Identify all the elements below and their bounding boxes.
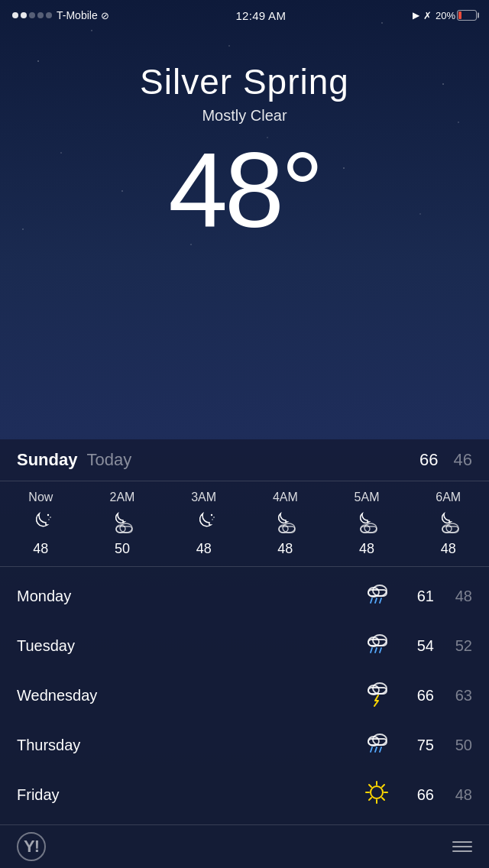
svg-point-2 [49, 519, 50, 520]
day-low: 63 [445, 687, 472, 704]
day-row: Wednesday 66 63 [0, 671, 489, 721]
day-row: Friday 66 48 [0, 770, 489, 820]
hour-item: 2AM 50 [82, 491, 164, 557]
day-icon [358, 729, 396, 762]
hour-item: 4AM 48 [244, 491, 326, 557]
hour-icon [109, 510, 135, 535]
day-high: 66 [396, 687, 434, 704]
menu-line-1 [452, 841, 472, 843]
hour-item: 5AM 48 [326, 491, 408, 557]
status-left: T-Mobile ⊘ [12, 9, 109, 21]
hour-icon [272, 510, 298, 535]
hour-temp: 48 [196, 541, 212, 557]
current-temperature: 48° [0, 137, 489, 244]
day-high: 54 [396, 637, 434, 655]
menu-icon[interactable] [452, 841, 472, 852]
hour-label: 2AM [110, 491, 135, 504]
day-high: 66 [396, 786, 434, 804]
svg-point-0 [47, 514, 49, 516]
daily-forecast: Monday 61 48 Tuesday 54 52 Wednesday [0, 567, 489, 825]
city-name: Silver Spring [0, 61, 489, 102]
hour-temp: 48 [277, 541, 293, 557]
today-low: 46 [454, 450, 472, 470]
svg-line-36 [371, 747, 372, 752]
day-low: 50 [445, 737, 472, 754]
wifi-icon: ⊘ [101, 10, 109, 21]
svg-line-27 [371, 648, 372, 653]
day-icon [358, 630, 396, 662]
hour-item: 3AM 48 [163, 491, 244, 557]
carrier-label: T-Mobile [57, 9, 98, 21]
hour-icon [436, 510, 461, 535]
bluetooth-icon: ✗ [423, 10, 432, 21]
day-row: Tuesday 54 52 [0, 621, 489, 671]
day-name: Monday [17, 588, 358, 605]
svg-line-47 [369, 798, 371, 800]
svg-line-38 [380, 747, 381, 752]
svg-line-22 [375, 598, 377, 603]
weather-condition: Mostly Clear [0, 107, 489, 125]
svg-line-28 [375, 648, 377, 653]
hour-label: 5AM [355, 491, 380, 504]
svg-point-6 [210, 514, 212, 516]
day-low: 52 [445, 637, 472, 655]
hour-item: Now 48 [0, 491, 82, 557]
battery-percent: 20% [436, 10, 455, 21]
footer: Y! [0, 825, 489, 868]
day-name: Thursday [17, 737, 358, 754]
dot-5 [46, 12, 52, 18]
day-low: 48 [445, 786, 472, 804]
status-right: ▶ ✗ 20% [413, 10, 477, 21]
dot-1 [12, 12, 18, 18]
day-row: Thursday 75 50 [0, 721, 489, 770]
hour-label: 3AM [191, 491, 216, 504]
battery-indicator: 20% [436, 10, 477, 21]
status-time: 12:49 AM [235, 9, 286, 22]
day-high: 75 [396, 737, 434, 754]
status-bar: T-Mobile ⊘ 12:49 AM ▶ ✗ 20% [0, 0, 489, 31]
menu-line-2 [452, 846, 472, 847]
hour-temp: 48 [33, 541, 48, 557]
svg-point-1 [50, 517, 52, 518]
yahoo-logo: Y! [17, 832, 46, 861]
today-day-name: Sunday [17, 450, 77, 470]
day-row: Monday 61 48 [0, 572, 489, 621]
dot-4 [37, 12, 44, 18]
today-high: 66 [419, 450, 438, 470]
hour-temp: 48 [441, 541, 456, 557]
lock-icon: ▶ [413, 10, 419, 21]
hour-label: 4AM [273, 491, 298, 504]
svg-line-44 [369, 785, 371, 787]
today-row: Sunday Today 66 46 [0, 439, 489, 481]
battery-fill [458, 11, 461, 19]
hourly-forecast: Now 48 2AM 50 3AM 48 4AM [0, 481, 489, 567]
day-name: Tuesday [17, 637, 358, 655]
day-name: Friday [17, 786, 358, 804]
svg-line-29 [380, 648, 381, 653]
day-name: Wednesday [17, 687, 358, 704]
svg-point-7 [213, 517, 215, 518]
hour-item: 6AM 48 [407, 491, 489, 557]
weather-main: Silver Spring Mostly Clear 48° [0, 31, 489, 244]
svg-point-8 [212, 519, 212, 520]
day-high: 61 [396, 588, 434, 605]
hour-icon [29, 510, 52, 535]
hour-temp: 50 [115, 541, 130, 557]
svg-line-37 [375, 747, 377, 752]
svg-point-39 [371, 786, 383, 798]
day-icon [358, 779, 396, 811]
today-label: Today [86, 450, 419, 470]
dot-2 [21, 12, 27, 18]
menu-line-3 [452, 850, 472, 852]
dot-3 [29, 12, 35, 18]
svg-line-21 [371, 598, 372, 603]
hour-icon [193, 510, 215, 535]
bottom-panel: Sunday Today 66 46 Now 48 2AM 50 3AM [0, 439, 489, 868]
hour-label: Now [28, 491, 53, 504]
svg-line-45 [382, 798, 384, 800]
day-icon [358, 580, 396, 613]
hour-temp: 48 [359, 541, 374, 557]
day-low: 48 [445, 588, 472, 605]
hour-icon [354, 510, 380, 535]
hour-label: 6AM [436, 491, 461, 504]
